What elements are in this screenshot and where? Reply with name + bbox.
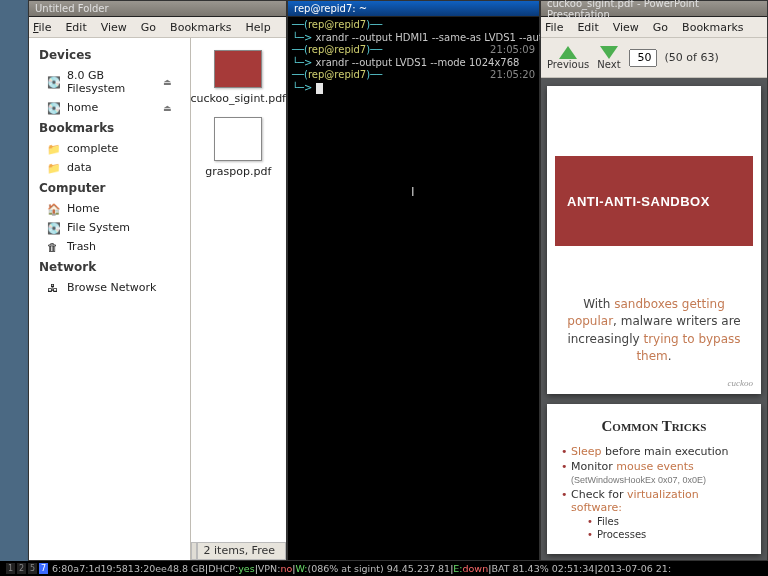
slide-footer: cuckoo bbox=[547, 376, 761, 394]
home-icon: 🏠 bbox=[47, 203, 61, 215]
terminal-cursor bbox=[316, 83, 323, 94]
sidebar-head-bookmarks: Bookmarks bbox=[33, 117, 186, 139]
folder-icon: 📁 bbox=[47, 162, 61, 174]
terminal-body[interactable]: ──(rep@repid7)── └─> xrandr --output HDM… bbox=[288, 17, 539, 560]
mac-address: 6:80a7:1d19:5813:20ee bbox=[52, 563, 167, 574]
terminal-cmd: xrandr --output HDMI1 --same-as LVDS1 --… bbox=[312, 32, 548, 43]
drive-icon: 💽 bbox=[47, 222, 61, 234]
sidebar-item-home[interactable]: 🏠Home bbox=[33, 199, 186, 218]
arrow-up-icon bbox=[559, 46, 577, 59]
slide2-heading: Common Tricks bbox=[559, 418, 749, 435]
filemanager-sidebar: Devices 💽8.0 GB Filesystem⏏ 💽home⏏ Bookm… bbox=[29, 38, 191, 560]
menu-edit[interactable]: Edit bbox=[577, 21, 598, 34]
clock: 2013-07-06 21: bbox=[598, 563, 672, 574]
menu-view[interactable]: View bbox=[613, 21, 639, 34]
sidebar-item-fs[interactable]: 💽File System bbox=[33, 218, 186, 237]
disk-free: 48.8 GB bbox=[167, 563, 205, 574]
file-item[interactable]: cuckoo_sigint.pdf bbox=[191, 50, 286, 105]
menu-help[interactable]: Help bbox=[246, 21, 271, 34]
pdfviewer-titlebar[interactable]: cuckoo_sigint.pdf - PowerPoint Presentat… bbox=[541, 1, 767, 17]
arrow-down-icon bbox=[600, 46, 618, 59]
filemanager-titlebar[interactable]: Untitled Folder bbox=[29, 1, 286, 17]
menu-bookmarks[interactable]: Bookmarks bbox=[682, 21, 743, 34]
sidebar-head-computer: Computer bbox=[33, 177, 186, 199]
terminal-title: rep@repid7: ~ bbox=[294, 3, 367, 14]
statusbar-text: 2 items, Free s... bbox=[197, 542, 286, 560]
menu-file[interactable]: File bbox=[545, 21, 563, 34]
page-count: (50 of 63) bbox=[665, 51, 719, 64]
eject-icon[interactable]: ⏏ bbox=[163, 77, 172, 87]
sidebar-item-filesystem[interactable]: 💽8.0 GB Filesystem⏏ bbox=[33, 66, 186, 98]
file-item[interactable]: graspop.pdf bbox=[205, 117, 271, 178]
eject-icon[interactable]: ⏏ bbox=[163, 103, 172, 113]
sidebar-item-home-dev[interactable]: 💽home⏏ bbox=[33, 98, 186, 117]
workspace-active[interactable]: 7 bbox=[39, 563, 48, 574]
filemanager-title: Untitled Folder bbox=[35, 3, 109, 14]
text-caret-icon: I bbox=[411, 185, 415, 200]
pdf-thumbnail-icon bbox=[214, 117, 262, 161]
menu-file[interactable]: File bbox=[33, 21, 51, 34]
workspace-switcher[interactable]: 1 2 5 7 bbox=[6, 563, 48, 574]
file-name: cuckoo_sigint.pdf bbox=[191, 92, 286, 105]
terminal-cmd: xrandr --output LVDS1 --mode 1024x768 bbox=[312, 57, 519, 68]
slide-title: ANTI-ANTI-SANDBOX bbox=[567, 194, 710, 209]
page-number-input[interactable] bbox=[629, 49, 657, 67]
menu-bookmarks[interactable]: Bookmarks bbox=[170, 21, 231, 34]
menu-go[interactable]: Go bbox=[653, 21, 668, 34]
pdfviewer-menubar: File Edit View Go Bookmarks bbox=[541, 17, 767, 38]
workspace[interactable]: 5 bbox=[28, 563, 37, 574]
previous-button[interactable]: Previous bbox=[547, 46, 589, 70]
sidebar-item-data[interactable]: 📁data bbox=[33, 158, 186, 177]
slide-subtitle: With sandboxes getting popular, malware … bbox=[547, 256, 761, 376]
menu-view[interactable]: View bbox=[101, 21, 127, 34]
filemanager-menubar: File Edit View Go Bookmarks Help bbox=[29, 17, 286, 38]
pdfviewer-title: cuckoo_sigint.pdf - PowerPoint Presentat… bbox=[547, 0, 761, 20]
list-item: Processes bbox=[585, 529, 749, 540]
pdfviewer-toolbar: Previous Next (50 of 63) bbox=[541, 38, 767, 78]
pdf-thumbnail-icon bbox=[214, 50, 262, 88]
file-name: graspop.pdf bbox=[205, 165, 271, 178]
network-icon: 🖧 bbox=[47, 282, 61, 294]
list-item: Check for virtualization software: Files… bbox=[559, 488, 749, 540]
trash-icon: 🗑 bbox=[47, 241, 61, 253]
workspace[interactable]: 1 bbox=[6, 563, 15, 574]
menu-go[interactable]: Go bbox=[141, 21, 156, 34]
list-item: Monitor mouse events (SetWindowsHookEx 0… bbox=[559, 460, 749, 486]
sidebar-item-trash[interactable]: 🗑Trash bbox=[33, 237, 186, 256]
sidebar-item-complete[interactable]: 📁complete bbox=[33, 139, 186, 158]
terminal-titlebar[interactable]: rep@repid7: ~ bbox=[288, 1, 539, 17]
list-item: Files bbox=[585, 516, 749, 527]
menu-edit[interactable]: Edit bbox=[65, 21, 86, 34]
drive-icon: 💽 bbox=[47, 76, 61, 88]
folder-icon: 📁 bbox=[47, 143, 61, 155]
drive-icon: 💽 bbox=[47, 102, 61, 114]
next-button[interactable]: Next bbox=[597, 46, 620, 70]
list-item: Sleep before main execution bbox=[559, 445, 749, 458]
taskbar[interactable]: 1 2 5 7 6:80a7:1d19:5813:20ee 48.8 GB | … bbox=[0, 561, 768, 576]
sidebar-head-devices: Devices bbox=[33, 44, 186, 66]
pdfviewer-body[interactable]: ANTI-ANTI-SANDBOX With sandboxes getting… bbox=[541, 78, 767, 560]
workspace[interactable]: 2 bbox=[17, 563, 26, 574]
sidebar-head-network: Network bbox=[33, 256, 186, 278]
battery-status: BAT 81.43% 02:51:34 bbox=[491, 563, 594, 574]
filemanager-content[interactable]: cuckoo_sigint.pdf graspop.pdf 2 items, F… bbox=[191, 38, 286, 560]
sidebar-item-browse-network[interactable]: 🖧Browse Network bbox=[33, 278, 186, 297]
slide: ANTI-ANTI-SANDBOX With sandboxes getting… bbox=[547, 86, 761, 394]
slide: Common Tricks Sleep before main executio… bbox=[547, 404, 761, 554]
